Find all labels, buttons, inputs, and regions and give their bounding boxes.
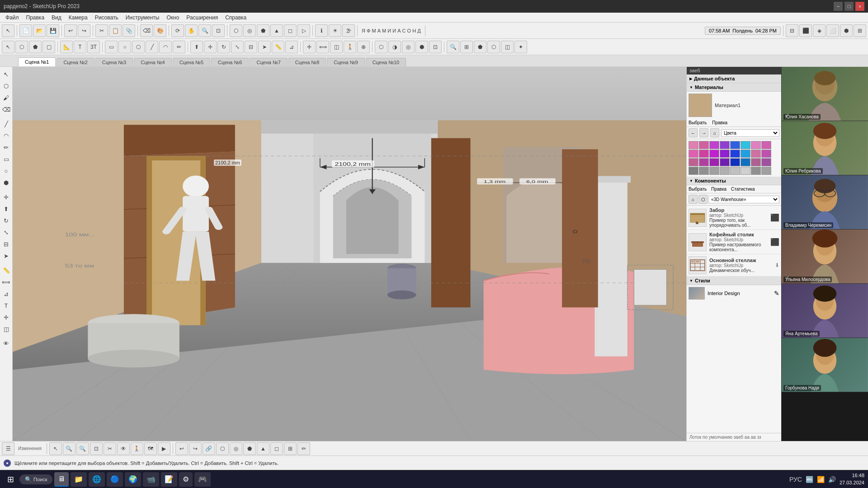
bt-cut2[interactable]: ✂	[104, 442, 116, 455]
pan[interactable]: ✋	[185, 24, 198, 37]
bt-map[interactable]: 🗺	[144, 442, 157, 455]
swatch-17[interactable]	[689, 158, 698, 166]
start-button[interactable]: ⊞	[4, 472, 18, 487]
taskbar-search[interactable]: 🔍 Поиск	[19, 474, 52, 484]
swatch-3[interactable]	[709, 141, 719, 149]
tool-sandbox2[interactable]: ◑	[388, 41, 401, 53]
swatch-5[interactable]	[730, 141, 740, 149]
scene-tab-7[interactable]: Сцена №7	[250, 58, 287, 66]
menu-help[interactable]: Справка	[222, 14, 250, 22]
swatch-6[interactable]	[741, 141, 750, 149]
swatch-16[interactable]	[761, 150, 771, 158]
lt-move[interactable]: ✛	[1, 192, 12, 202]
paint[interactable]: 🎨	[154, 24, 166, 37]
swatch-19[interactable]	[709, 158, 719, 166]
taskbar-task2[interactable]: 📝	[161, 472, 177, 487]
lt-freehand[interactable]: ✏	[1, 142, 12, 153]
viewport[interactable]: 2100,2 mm 1,3 mm 6,0 mm 70 100 мм... 53 …	[13, 67, 686, 441]
tool-pushpull[interactable]: ⬆	[190, 41, 203, 53]
tool-text[interactable]: T	[74, 41, 86, 53]
lt-protractor[interactable]: ⊿	[1, 288, 12, 299]
bt-play[interactable]: ▶	[158, 442, 170, 455]
lt-scale[interactable]: ⤡	[1, 227, 12, 238]
menu-edit[interactable]: Правка	[23, 14, 48, 22]
lt-text[interactable]: T	[1, 300, 12, 311]
component-shelf[interactable]: Основной стеллаж автор: SketchUp Динамич…	[687, 254, 781, 277]
bt-link[interactable]: 🔗	[203, 442, 215, 455]
tool-circle[interactable]: ○	[118, 41, 131, 53]
sys-volume[interactable]: 🔊	[828, 476, 836, 483]
menu-view[interactable]: Вид	[48, 14, 65, 22]
save-file[interactable]: 💾	[47, 24, 59, 37]
bt-undo2[interactable]: ↩	[175, 442, 188, 455]
color-home[interactable]: ⌂	[710, 128, 719, 137]
scene-tab-1[interactable]: Сцена №1	[18, 57, 56, 66]
tool-lasso[interactable]: ⬡	[15, 41, 28, 53]
lt-circle[interactable]: ○	[1, 165, 12, 176]
swatch-18[interactable]	[699, 158, 709, 166]
bt-redo2[interactable]: ↪	[189, 442, 202, 455]
redo[interactable]: ↪	[78, 24, 90, 37]
tool-eraser2[interactable]: ▢	[42, 41, 55, 53]
fog[interactable]: 🌫	[342, 24, 355, 37]
component-zabar[interactable]: Забор автор: SketchUp Пример того, как у…	[687, 206, 781, 230]
taskbar-explorer[interactable]: 📁	[71, 472, 87, 487]
menu-tools[interactable]: Инструменты	[122, 14, 163, 22]
menu-camera[interactable]: Камера	[65, 14, 91, 22]
styles-header[interactable]: ▼ Стили	[687, 277, 781, 285]
scene-tab-6[interactable]: Сцена №6	[211, 58, 249, 66]
select-tool[interactable]: ↖	[2, 24, 14, 37]
tool-sandbox3[interactable]: ◎	[402, 41, 415, 53]
lt-rect[interactable]: ▭	[1, 154, 12, 164]
swatch-9[interactable]	[689, 150, 698, 158]
zoom-ext[interactable]: ⊡	[212, 24, 225, 37]
warehouse-dropdown[interactable]: «3D Warehouse»	[708, 196, 779, 203]
orbit[interactable]: ⟳	[171, 24, 184, 37]
tool-polygon[interactable]: ⬡	[132, 41, 145, 53]
swatch-15[interactable]	[751, 150, 761, 158]
tool-line[interactable]: ╱	[146, 41, 158, 53]
lt-walkthru[interactable]: 👁	[1, 338, 12, 349]
undo[interactable]: ↩	[64, 24, 77, 37]
swatch-14[interactable]	[741, 150, 750, 158]
taskbar-edge[interactable]: 🔵	[107, 472, 123, 487]
lt-offset[interactable]: ⊟	[1, 239, 12, 249]
scene-tab-10[interactable]: Сцена №10	[366, 58, 406, 66]
bt-walk[interactable]: 🚶	[131, 442, 143, 455]
materials-header[interactable]: ▼ Материалы	[687, 83, 781, 92]
tool-extra6[interactable]: ✦	[514, 41, 527, 53]
tool-tape[interactable]: 📏	[272, 41, 284, 53]
tool-dim[interactable]: ⟺	[316, 41, 329, 53]
bt-select2[interactable]: ↖	[49, 442, 62, 455]
eraser[interactable]: ⌫	[140, 24, 153, 37]
paste[interactable]: 📎	[123, 24, 135, 37]
prev-view[interactable]: ⬡	[230, 24, 242, 37]
colors-dropdown[interactable]: Цвета	[721, 129, 779, 137]
menu-window[interactable]: Окно	[163, 14, 183, 22]
lt-lasso[interactable]: ⬡	[1, 80, 12, 91]
swatch-31[interactable]	[751, 167, 761, 175]
bt-layers[interactable]: ☰	[2, 442, 14, 455]
close-button[interactable]: ×	[855, 2, 864, 11]
tool-followme[interactable]: ➤	[258, 41, 271, 53]
tool-freehand[interactable]: ✏	[173, 41, 185, 53]
tool-extra3[interactable]: ⬟	[474, 41, 486, 53]
swatch-8[interactable]	[761, 141, 771, 149]
comp-nav[interactable]: ⬡	[698, 195, 708, 204]
tool-protractor[interactable]: ⊿	[285, 41, 298, 53]
bt-zoom-out[interactable]: 🔍	[76, 442, 89, 455]
swatch-10[interactable]	[699, 150, 709, 158]
iso-view[interactable]: ⬟	[257, 24, 269, 37]
menu-extensions[interactable]: Расширения	[183, 14, 222, 22]
tool-position[interactable]: ⊕	[357, 41, 370, 53]
bt-zoom-in[interactable]: 🔍	[63, 442, 75, 455]
scene-tab-9[interactable]: Сцена №9	[327, 58, 364, 66]
tool-walk[interactable]: 🚶	[344, 41, 356, 53]
copy[interactable]: 📋	[109, 24, 122, 37]
material-swatch[interactable]	[689, 94, 712, 117]
scene-tab-3[interactable]: Сцена №3	[95, 58, 133, 66]
scene-tab-5[interactable]: Сцена №5	[173, 58, 210, 66]
lt-dim[interactable]: ⟺	[1, 277, 12, 287]
tool-rect[interactable]: ▭	[105, 41, 118, 53]
swatch-13[interactable]	[730, 150, 740, 158]
